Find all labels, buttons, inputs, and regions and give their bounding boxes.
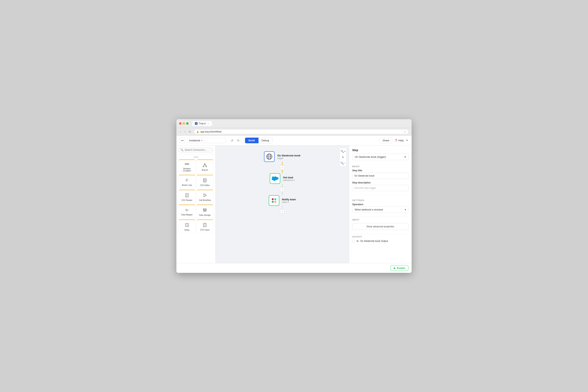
app-content: ••• Instabook ▾ ↺ ↻ Build Debug Share ❓ …: [176, 136, 412, 273]
enable-button[interactable]: ▶ Enable: [390, 265, 408, 271]
nav-forward-btn[interactable]: ›: [184, 130, 186, 134]
panel-divider-2: [352, 217, 408, 217]
connector-item-break-loop[interactable]: Break Loop: [178, 175, 196, 188]
flow-connector-2: +: [280, 184, 284, 195]
step-title-input[interactable]: [352, 173, 408, 179]
svg-rect-28: [204, 223, 205, 224]
connector-item-data-mapper[interactable]: Data Mapper: [178, 204, 196, 218]
add-step-btn-3[interactable]: +: [280, 209, 284, 214]
output-section-label: OUTPUT: [352, 236, 408, 238]
svg-point-20: [203, 208, 206, 210]
panel-divider-3: [352, 234, 408, 234]
operation-label: Operation: [352, 203, 408, 206]
close-dot[interactable]: [179, 122, 182, 125]
sidebar-section-core: Core: [176, 155, 216, 159]
notify-team-subtitle: slack-1: [282, 201, 296, 203]
help-icon: ❓: [394, 139, 398, 142]
search-input[interactable]: [185, 148, 211, 151]
break-loop-label: Break Loop: [182, 184, 192, 186]
trigger-node-title: On Sleeknote book: [277, 154, 300, 157]
search-icon: 🔍: [180, 148, 184, 151]
browser-tab[interactable]: T Tray.io ×: [192, 121, 212, 126]
undo-button[interactable]: ↺: [229, 138, 235, 143]
browser-addressbar: ‹ › ↻ 🔒 app.tray.io/workflow/ ☆: [176, 128, 412, 136]
flow-connector-1: +: [280, 162, 284, 173]
zoom-refresh-button[interactable]: ↻: [340, 155, 346, 160]
sidebar-search: 🔍: [176, 146, 216, 155]
delay-icon: [185, 223, 189, 228]
trigger-node-subtitle: trigger: [277, 157, 300, 159]
step-description-input[interactable]: [352, 185, 408, 191]
show-advanced-btn[interactable]: Show advanced properties: [352, 223, 408, 230]
get-lead-subtitle: salesforce-1: [283, 179, 295, 181]
svg-line-7: [205, 164, 206, 166]
canvas-area[interactable]: 🔍+ ↻ 🔍−: [216, 146, 349, 263]
get-lead-node[interactable]: Get lead salesforce-1: [270, 173, 295, 184]
build-button[interactable]: Build: [245, 138, 258, 143]
data-storage-icon: [203, 208, 207, 213]
connector-item-delay[interactable]: Delay: [178, 220, 196, 233]
data-mapper-label: Data Mapper: [181, 214, 193, 216]
operation-dropdown[interactable]: When webhook is received ▾: [352, 206, 408, 213]
notify-team-node-box[interactable]: [269, 195, 279, 206]
tab-title: Tray.io: [199, 122, 206, 125]
workflow-name: Instabook: [189, 139, 200, 142]
share-button[interactable]: Share: [380, 138, 392, 143]
star-icon[interactable]: ☆: [404, 130, 406, 133]
trigger-node[interactable]: On Sleeknote book trigger: [264, 151, 300, 162]
connector-item-boolean-condition[interactable]: BooleanCondition: [178, 160, 196, 174]
app-body: 🔍 Core B: [176, 146, 412, 263]
step-title-label: Step title: [352, 169, 408, 172]
canvas-controls: 🔍+ ↻ 🔍−: [340, 148, 346, 166]
trigger-node-box[interactable]: [264, 151, 274, 162]
svg-rect-24: [204, 223, 206, 227]
branch-icon: [203, 163, 207, 168]
minimize-dot[interactable]: [183, 122, 185, 125]
zoom-in-button[interactable]: 🔍+: [340, 149, 346, 154]
bottom-bar: ▶ Enable: [176, 263, 412, 273]
call-workflow-label: Call Workflow: [199, 199, 211, 201]
notify-team-node[interactable]: Notify team slack-1: [269, 195, 296, 206]
connector-item-ftp-client[interactable]: FTP Client: [196, 220, 214, 233]
step-dropdown[interactable]: On Sleeknote book (trigger) ▾: [352, 154, 408, 160]
connector-item-csv-editor[interactable]: CSV Editor: [196, 175, 214, 188]
right-panel: Step On Sleeknote book (trigger) ▾ BASIC…: [349, 146, 412, 263]
history-buttons: ↺ ↻: [229, 138, 241, 143]
flow-line-1: [282, 162, 282, 166]
csv-reader-icon: [185, 193, 189, 198]
zoom-out-button[interactable]: 🔍−: [340, 160, 346, 166]
svg-point-3: [204, 164, 206, 164]
lock-icon: 🔒: [196, 130, 199, 133]
output-radio[interactable]: [352, 240, 355, 242]
input-section-label: INPUT: [352, 218, 408, 221]
flow-line-2b: [282, 192, 282, 195]
connector-item-csv-reader[interactable]: CSV Reader: [178, 190, 196, 204]
tab-close-btn[interactable]: ×: [207, 122, 210, 125]
connector-item-call-workflow[interactable]: Call Workflow: [196, 190, 214, 204]
play-icon: ▶: [394, 267, 396, 270]
address-bar[interactable]: 🔒 app.tray.io/workflow/ ☆: [194, 129, 409, 134]
output-item-label: On Sleeknote book Output: [360, 240, 388, 242]
csv-editor-label: CSV Editor: [200, 184, 210, 186]
redo-button[interactable]: ↻: [236, 138, 241, 143]
maximize-dot[interactable]: [186, 122, 188, 125]
step-description-label: Step description: [352, 181, 408, 184]
help-button[interactable]: ❓ Help: [394, 139, 404, 142]
workflow-name-selector[interactable]: Instabook ▾: [187, 138, 226, 143]
get-lead-node-box[interactable]: [270, 173, 280, 184]
svg-line-6: [204, 164, 205, 166]
add-step-btn-1[interactable]: +: [280, 166, 284, 170]
nav-back-btn[interactable]: ‹: [179, 130, 182, 134]
boolean-condition-icon: [185, 162, 189, 167]
connector-item-branch[interactable]: Branch: [196, 160, 214, 174]
debug-button[interactable]: Debug: [258, 138, 272, 143]
enable-label: Enable: [397, 266, 405, 270]
browser-titlebar: T Tray.io ×: [176, 119, 412, 128]
add-step-btn-2[interactable]: +: [280, 188, 284, 192]
nav-refresh-btn[interactable]: ↻: [188, 130, 192, 134]
close-button[interactable]: ×: [406, 138, 408, 143]
svg-line-23: [187, 225, 188, 226]
tab-favicon: T: [195, 122, 198, 125]
more-options-button[interactable]: •••: [180, 138, 185, 143]
connector-item-data-storage[interactable]: Data Storage: [196, 204, 214, 218]
